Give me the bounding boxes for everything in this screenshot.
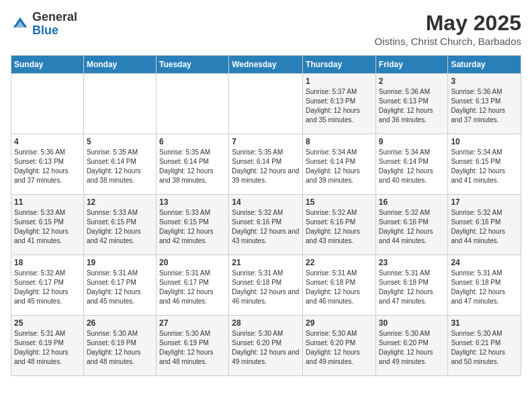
weekday-header-row: SundayMondayTuesdayWednesdayThursdayFrid…: [11, 56, 521, 74]
day-info: Sunrise: 5:32 AMSunset: 6:16 PMDaylight:…: [306, 208, 373, 246]
day-number: 9: [379, 137, 445, 146]
day-cell: 10Sunrise: 5:34 AMSunset: 6:15 PMDayligh…: [448, 134, 521, 195]
day-cell: 18Sunrise: 5:32 AMSunset: 6:17 PMDayligh…: [11, 255, 84, 316]
logo-text: General Blue: [32, 11, 77, 38]
day-cell: 24Sunrise: 5:31 AMSunset: 6:18 PMDayligh…: [448, 255, 521, 316]
week-row-1: 1Sunrise: 5:37 AMSunset: 6:13 PMDaylight…: [11, 74, 521, 134]
day-cell: 1Sunrise: 5:37 AMSunset: 6:13 PMDaylight…: [303, 74, 376, 134]
day-number: 23: [379, 258, 445, 267]
week-row-2: 4Sunrise: 5:36 AMSunset: 6:13 PMDaylight…: [11, 134, 521, 195]
day-info: Sunrise: 5:31 AMSunset: 6:18 PMDaylight:…: [451, 269, 518, 306]
day-cell: 17Sunrise: 5:32 AMSunset: 6:16 PMDayligh…: [448, 195, 521, 255]
day-cell: 6Sunrise: 5:35 AMSunset: 6:14 PMDaylight…: [156, 134, 228, 195]
day-number: 11: [14, 197, 81, 207]
day-info: Sunrise: 5:35 AMSunset: 6:14 PMDaylight:…: [87, 148, 153, 185]
day-info: Sunrise: 5:34 AMSunset: 6:14 PMDaylight:…: [379, 148, 445, 185]
day-info: Sunrise: 5:30 AMSunset: 6:19 PMDaylight:…: [159, 329, 226, 367]
day-cell: 7Sunrise: 5:35 AMSunset: 6:14 PMDaylight…: [229, 134, 303, 195]
day-info: Sunrise: 5:30 AMSunset: 6:20 PMDaylight:…: [306, 329, 373, 367]
day-cell: 8Sunrise: 5:34 AMSunset: 6:14 PMDaylight…: [303, 134, 376, 195]
page-header: General Blue May 2025 Oistins, Christ Ch…: [11, 11, 521, 47]
day-number: 22: [306, 258, 373, 267]
logo: General Blue: [11, 11, 77, 38]
day-cell: 26Sunrise: 5:30 AMSunset: 6:19 PMDayligh…: [83, 316, 156, 376]
day-info: Sunrise: 5:33 AMSunset: 6:15 PMDaylight:…: [159, 208, 226, 246]
day-info: Sunrise: 5:32 AMSunset: 6:17 PMDaylight:…: [14, 269, 81, 306]
day-info: Sunrise: 5:30 AMSunset: 6:20 PMDaylight:…: [232, 329, 300, 367]
day-info: Sunrise: 5:32 AMSunset: 6:16 PMDaylight:…: [232, 208, 300, 246]
weekday-header-sunday: Sunday: [11, 56, 84, 74]
logo-blue: Blue: [32, 24, 58, 37]
day-info: Sunrise: 5:30 AMSunset: 6:20 PMDaylight:…: [379, 329, 445, 367]
day-cell: 15Sunrise: 5:32 AMSunset: 6:16 PMDayligh…: [303, 195, 376, 255]
day-number: 3: [451, 77, 518, 86]
logo-general: General: [32, 10, 77, 24]
day-info: Sunrise: 5:30 AMSunset: 6:21 PMDaylight:…: [451, 329, 518, 367]
day-info: Sunrise: 5:33 AMSunset: 6:15 PMDaylight:…: [14, 208, 81, 246]
day-info: Sunrise: 5:34 AMSunset: 6:14 PMDaylight:…: [306, 148, 373, 185]
day-info: Sunrise: 5:32 AMSunset: 6:16 PMDaylight:…: [379, 208, 445, 246]
day-info: Sunrise: 5:33 AMSunset: 6:15 PMDaylight:…: [87, 208, 153, 246]
day-cell: 23Sunrise: 5:31 AMSunset: 6:18 PMDayligh…: [375, 255, 448, 316]
day-number: 28: [232, 318, 300, 328]
day-number: 8: [306, 137, 373, 146]
day-cell: 20Sunrise: 5:31 AMSunset: 6:17 PMDayligh…: [156, 255, 228, 316]
day-number: 4: [14, 137, 81, 146]
day-info: Sunrise: 5:31 AMSunset: 6:18 PMDaylight:…: [232, 269, 300, 306]
week-row-5: 25Sunrise: 5:31 AMSunset: 6:19 PMDayligh…: [11, 316, 521, 376]
week-row-3: 11Sunrise: 5:33 AMSunset: 6:15 PMDayligh…: [11, 195, 521, 255]
day-number: 17: [451, 197, 518, 207]
day-cell: 5Sunrise: 5:35 AMSunset: 6:14 PMDaylight…: [83, 134, 156, 195]
day-info: Sunrise: 5:31 AMSunset: 6:17 PMDaylight:…: [87, 269, 153, 306]
weekday-header-monday: Monday: [83, 56, 156, 74]
day-number: 27: [159, 318, 226, 328]
day-cell: [156, 74, 228, 134]
day-number: 5: [87, 137, 153, 146]
title-block: May 2025 Oistins, Christ Church, Barbado…: [375, 11, 521, 47]
day-info: Sunrise: 5:35 AMSunset: 6:14 PMDaylight:…: [232, 148, 300, 185]
day-cell: 14Sunrise: 5:32 AMSunset: 6:16 PMDayligh…: [229, 195, 303, 255]
day-cell: 31Sunrise: 5:30 AMSunset: 6:21 PMDayligh…: [448, 316, 521, 376]
day-cell: 21Sunrise: 5:31 AMSunset: 6:18 PMDayligh…: [229, 255, 303, 316]
calendar-title: May 2025: [375, 11, 521, 36]
day-cell: 13Sunrise: 5:33 AMSunset: 6:15 PMDayligh…: [156, 195, 228, 255]
day-cell: [83, 74, 156, 134]
day-cell: 16Sunrise: 5:32 AMSunset: 6:16 PMDayligh…: [375, 195, 448, 255]
weekday-header-saturday: Saturday: [448, 56, 521, 74]
day-info: Sunrise: 5:34 AMSunset: 6:15 PMDaylight:…: [451, 148, 518, 185]
day-info: Sunrise: 5:31 AMSunset: 6:18 PMDaylight:…: [379, 269, 445, 306]
day-cell: 29Sunrise: 5:30 AMSunset: 6:20 PMDayligh…: [303, 316, 376, 376]
day-cell: 9Sunrise: 5:34 AMSunset: 6:14 PMDaylight…: [375, 134, 448, 195]
day-number: 30: [379, 318, 445, 328]
day-info: Sunrise: 5:35 AMSunset: 6:14 PMDaylight:…: [159, 148, 226, 185]
day-cell: 4Sunrise: 5:36 AMSunset: 6:13 PMDaylight…: [11, 134, 84, 195]
day-number: 29: [306, 318, 373, 328]
day-number: 12: [87, 197, 153, 207]
week-row-4: 18Sunrise: 5:32 AMSunset: 6:17 PMDayligh…: [11, 255, 521, 316]
day-number: 24: [451, 258, 518, 267]
day-info: Sunrise: 5:32 AMSunset: 6:16 PMDaylight:…: [451, 208, 518, 246]
day-info: Sunrise: 5:31 AMSunset: 6:18 PMDaylight:…: [306, 269, 373, 306]
day-number: 18: [14, 258, 81, 267]
day-cell: 28Sunrise: 5:30 AMSunset: 6:20 PMDayligh…: [229, 316, 303, 376]
day-info: Sunrise: 5:37 AMSunset: 6:13 PMDaylight:…: [306, 87, 373, 125]
day-cell: 2Sunrise: 5:36 AMSunset: 6:13 PMDaylight…: [375, 74, 448, 134]
day-cell: 22Sunrise: 5:31 AMSunset: 6:18 PMDayligh…: [303, 255, 376, 316]
day-cell: 12Sunrise: 5:33 AMSunset: 6:15 PMDayligh…: [83, 195, 156, 255]
weekday-header-wednesday: Wednesday: [229, 56, 303, 74]
day-number: 7: [232, 137, 300, 146]
calendar-subtitle: Oistins, Christ Church, Barbados: [375, 36, 521, 47]
weekday-header-thursday: Thursday: [303, 56, 376, 74]
day-number: 31: [451, 318, 518, 328]
calendar-table: SundayMondayTuesdayWednesdayThursdayFrid…: [11, 55, 521, 376]
day-number: 26: [87, 318, 153, 328]
day-number: 21: [232, 258, 300, 267]
day-number: 6: [159, 137, 226, 146]
day-number: 10: [451, 137, 518, 146]
day-number: 14: [232, 197, 300, 207]
day-info: Sunrise: 5:30 AMSunset: 6:19 PMDaylight:…: [87, 329, 153, 367]
day-info: Sunrise: 5:36 AMSunset: 6:13 PMDaylight:…: [14, 148, 81, 185]
day-info: Sunrise: 5:36 AMSunset: 6:13 PMDaylight:…: [379, 87, 445, 125]
day-info: Sunrise: 5:31 AMSunset: 6:19 PMDaylight:…: [14, 329, 81, 367]
day-cell: 27Sunrise: 5:30 AMSunset: 6:19 PMDayligh…: [156, 316, 228, 376]
